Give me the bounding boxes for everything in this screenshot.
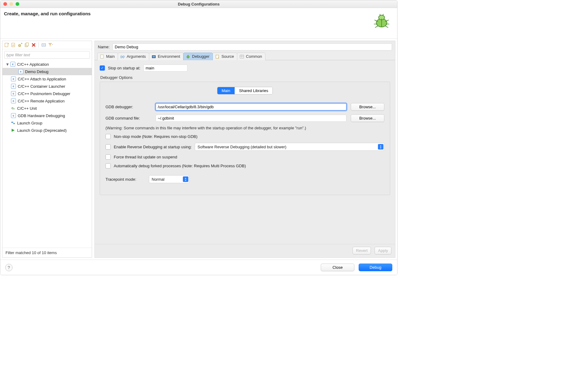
tree-item-launch-group-deprecated[interactable]: Launch Group (Deprecated) xyxy=(2,127,92,134)
gdb-command-file-label: GDB command file: xyxy=(105,116,151,120)
stop-on-startup-label: Stop on startup at: xyxy=(108,66,140,70)
svg-text:(x)=: (x)= xyxy=(120,55,125,58)
reverse-mode-select[interactable]: Software Reverse Debugging (detailed but… xyxy=(195,143,384,151)
svg-rect-23 xyxy=(101,55,103,58)
source-icon xyxy=(215,54,220,59)
tab-label: Main xyxy=(106,54,115,59)
gdb-warning-text: (Warning: Some commands in this file may… xyxy=(105,126,384,130)
args-icon: (x)= xyxy=(120,54,125,59)
stop-on-startup-input[interactable] xyxy=(143,65,187,72)
c-icon: c xyxy=(11,76,16,81)
subtab-main[interactable]: Main xyxy=(217,87,235,94)
gdbcmd-browse-button[interactable]: Browse... xyxy=(351,114,384,122)
debugger-options-group: Debugger Options Main Shared Libraries G… xyxy=(100,75,390,195)
force-thread-checkbox[interactable] xyxy=(105,154,111,160)
nonstop-label: Non-stop mode (Note: Requires non-stop G… xyxy=(114,134,198,139)
new-prototype-icon[interactable]: P xyxy=(11,43,16,47)
doc-icon xyxy=(100,54,104,59)
tree-item-gdbhw[interactable]: c GDB Hardware Debugging xyxy=(2,112,92,119)
reverse-checkbox[interactable] xyxy=(105,144,111,150)
gdb-debugger-input[interactable] xyxy=(156,103,346,110)
autofork-checkbox[interactable] xyxy=(105,163,111,168)
svg-point-27 xyxy=(187,56,189,58)
gdb-browse-button[interactable]: Browse... xyxy=(351,103,384,111)
collapse-all-icon[interactable] xyxy=(41,43,46,47)
tracepoint-select[interactable]: Normal ▲▼ xyxy=(149,175,189,183)
svg-text:+: + xyxy=(8,43,9,45)
expand-icon[interactable]: ▼ xyxy=(6,62,9,67)
tab-label: Source xyxy=(221,54,234,59)
revert-button[interactable]: Revert xyxy=(353,247,371,254)
tree-item-unit[interactable]: Cᵤ C/C++ Unit xyxy=(2,105,92,112)
reverse-mode-value: Software Reverse Debugging (detailed but… xyxy=(198,145,286,149)
svg-line-7 xyxy=(375,26,378,28)
debug-button[interactable]: Debug xyxy=(359,264,392,271)
new-config-icon[interactable]: + xyxy=(4,43,9,47)
tab-debugger[interactable]: Debugger xyxy=(183,53,213,60)
tree-item-label: C/C++ Postmortem Debugger xyxy=(18,91,70,96)
tree-item-label: C/C++ Remote Application xyxy=(18,99,65,103)
tab-label: Debugger xyxy=(192,54,209,59)
filter-menu-icon[interactable] xyxy=(48,43,53,47)
subtab-shared-libraries[interactable]: Shared Libraries xyxy=(235,87,272,94)
svg-point-15 xyxy=(18,44,21,47)
tracepoint-value: Normal xyxy=(152,177,165,182)
debug-config-window: Debug Configurations Create, manage, and… xyxy=(0,0,397,275)
c-icon: c xyxy=(11,113,16,118)
panel-footer: Revert Apply xyxy=(95,244,395,257)
help-icon[interactable]: ? xyxy=(5,264,13,271)
tree-item-demo-debug[interactable]: c Demo Debug xyxy=(2,68,92,75)
tab-main[interactable]: Main xyxy=(97,53,118,60)
left-toolbar: + P xyxy=(2,41,92,49)
svg-rect-20 xyxy=(11,122,13,123)
tree-item-attach[interactable]: c C/C++ Attach to Application xyxy=(2,75,92,83)
duplicate-icon[interactable] xyxy=(24,43,29,47)
reverse-label: Enable Reverse Debugging at startup usin… xyxy=(114,145,192,149)
tree-item-postmortem[interactable]: c C/C++ Postmortem Debugger xyxy=(2,90,92,97)
tree-item-label: C/C++ Attach to Application xyxy=(18,77,66,81)
svg-rect-17 xyxy=(26,43,28,46)
c-icon: c xyxy=(11,98,16,103)
group-icon xyxy=(11,121,15,125)
stop-on-startup-checkbox[interactable] xyxy=(100,65,105,71)
tree-item-container[interactable]: c C/C++ Container Launcher xyxy=(2,83,92,90)
env-icon xyxy=(152,54,156,59)
apply-button[interactable]: Apply xyxy=(375,247,391,254)
tree-item-remote[interactable]: c C/C++ Remote Application xyxy=(2,97,92,105)
right-panel: Name: Main (x)= Arguments Environment xyxy=(94,41,395,258)
c-icon: c xyxy=(11,91,16,96)
tab-source[interactable]: Source xyxy=(213,53,237,60)
tree-item-label: C/C++ Application xyxy=(17,62,49,67)
svg-rect-26 xyxy=(153,56,155,57)
svg-line-8 xyxy=(385,26,388,28)
filter-status: Filter matched 10 of 10 items xyxy=(2,248,92,257)
debug-bug-icon xyxy=(372,11,391,30)
play-icon xyxy=(11,128,15,132)
c-icon: c xyxy=(11,84,16,89)
nonstop-checkbox[interactable] xyxy=(105,134,111,139)
tree-item-label: Launch Group (Deprecated) xyxy=(17,128,67,133)
svg-marker-22 xyxy=(12,129,15,132)
dialog-footer: ? Close Debug xyxy=(0,260,397,275)
svg-rect-29 xyxy=(216,55,219,58)
window-title: Debug Configurations xyxy=(0,2,397,6)
tree-item-cpp-app[interactable]: ▼ c C/C++ Application xyxy=(2,61,92,68)
config-tree[interactable]: ▼ c C/C++ Application c Demo Debug c C/C… xyxy=(2,61,92,248)
gdb-command-file-input[interactable] xyxy=(156,115,346,122)
tab-common[interactable]: Common xyxy=(237,53,265,60)
header-title: Create, manage, and run configurations xyxy=(4,11,91,16)
tree-item-label: Launch Group xyxy=(17,121,42,125)
c-icon: c xyxy=(18,69,23,74)
filter-input[interactable]: type filter text xyxy=(4,51,90,59)
tab-environment[interactable]: Environment xyxy=(149,53,183,60)
dialog-body: + P type filter text ▼ c C/C++ Applicati… xyxy=(0,39,397,260)
close-button[interactable]: Close xyxy=(321,264,354,271)
name-input[interactable] xyxy=(113,43,392,50)
force-thread-label: Force thread list update on suspend xyxy=(114,155,177,159)
config-tabs: Main (x)= Arguments Environment Debugger… xyxy=(95,52,395,60)
tab-arguments[interactable]: (x)= Arguments xyxy=(118,53,149,60)
delete-icon[interactable] xyxy=(31,43,36,47)
export-icon[interactable] xyxy=(18,43,23,47)
tree-item-launch-group[interactable]: Launch Group xyxy=(2,119,92,127)
chevron-updown-icon: ▲▼ xyxy=(183,176,188,182)
